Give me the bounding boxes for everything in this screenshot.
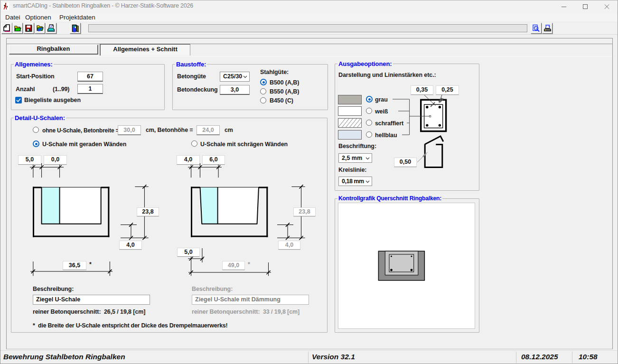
- svg-text:1: 1: [535, 27, 537, 30]
